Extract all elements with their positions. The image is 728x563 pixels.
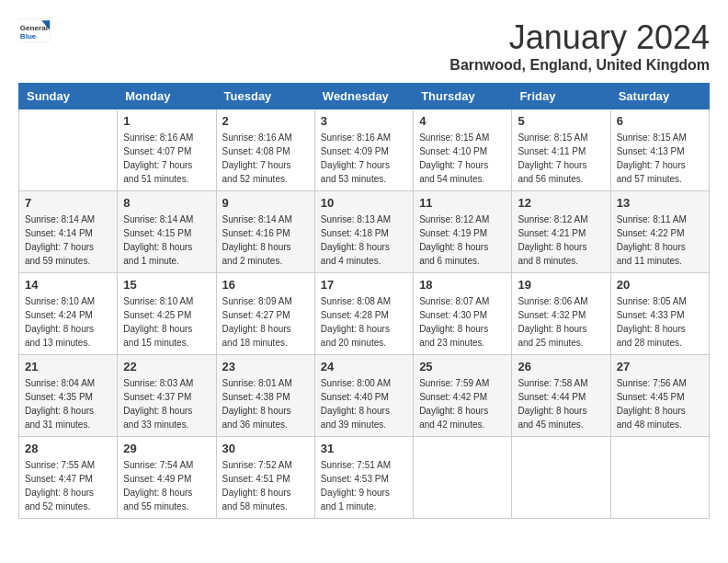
- svg-text:Blue: Blue: [20, 32, 37, 40]
- header-friday: Friday: [512, 84, 610, 109]
- day-info: Sunrise: 7:56 AM Sunset: 4:45 PM Dayligh…: [617, 376, 703, 431]
- day-info: Sunrise: 8:12 AM Sunset: 4:21 PM Dayligh…: [518, 213, 604, 268]
- calendar-cell: 25Sunrise: 7:59 AM Sunset: 4:42 PM Dayli…: [414, 355, 512, 437]
- calendar-cell: 20Sunrise: 8:05 AM Sunset: 4:33 PM Dayli…: [610, 273, 709, 355]
- calendar-cell: [19, 109, 118, 191]
- header: General Blue January 2024 Barnwood, Engl…: [18, 18, 710, 74]
- logo-icon: General Blue: [18, 18, 51, 44]
- day-info: Sunrise: 7:54 AM Sunset: 4:49 PM Dayligh…: [123, 458, 210, 513]
- calendar-cell: 5Sunrise: 8:15 AM Sunset: 4:11 PM Daylig…: [512, 109, 610, 191]
- calendar-cell: 1Sunrise: 8:16 AM Sunset: 4:07 PM Daylig…: [118, 109, 216, 191]
- day-info: Sunrise: 8:14 AM Sunset: 4:16 PM Dayligh…: [222, 213, 309, 268]
- svg-text:General: General: [20, 24, 48, 32]
- calendar-cell: 29Sunrise: 7:54 AM Sunset: 4:49 PM Dayli…: [118, 437, 216, 519]
- day-info: Sunrise: 8:15 AM Sunset: 4:10 PM Dayligh…: [419, 131, 506, 186]
- calendar-cell: 23Sunrise: 8:01 AM Sunset: 4:38 PM Dayli…: [216, 355, 314, 437]
- day-number: 4: [419, 114, 506, 128]
- day-number: 21: [25, 360, 111, 373]
- day-number: 25: [419, 360, 506, 373]
- calendar-subtitle: Barnwood, England, United Kingdom: [449, 57, 710, 74]
- day-number: 29: [123, 442, 210, 455]
- day-info: Sunrise: 8:05 AM Sunset: 4:33 PM Dayligh…: [617, 294, 703, 350]
- day-number: 11: [419, 196, 506, 210]
- day-number: 16: [222, 278, 309, 292]
- day-number: 19: [518, 278, 604, 292]
- day-info: Sunrise: 8:06 AM Sunset: 4:32 PM Dayligh…: [518, 294, 604, 350]
- day-number: 1: [123, 114, 210, 128]
- day-number: 12: [518, 196, 604, 210]
- calendar-cell: [414, 437, 512, 519]
- day-number: 2: [222, 114, 309, 128]
- day-info: Sunrise: 8:10 AM Sunset: 4:24 PM Dayligh…: [25, 294, 111, 350]
- day-info: Sunrise: 8:03 AM Sunset: 4:37 PM Dayligh…: [123, 376, 210, 431]
- header-tuesday: Tuesday: [216, 84, 314, 109]
- calendar-cell: 28Sunrise: 7:55 AM Sunset: 4:47 PM Dayli…: [19, 437, 118, 519]
- header-row: SundayMondayTuesdayWednesdayThursdayFrid…: [19, 84, 710, 109]
- day-info: Sunrise: 7:59 AM Sunset: 4:42 PM Dayligh…: [419, 376, 506, 431]
- day-number: 18: [419, 278, 506, 292]
- calendar-cell: 8Sunrise: 8:14 AM Sunset: 4:15 PM Daylig…: [118, 191, 216, 273]
- day-info: Sunrise: 8:10 AM Sunset: 4:25 PM Dayligh…: [123, 294, 210, 350]
- day-number: 20: [617, 278, 703, 292]
- calendar-cell: 31Sunrise: 7:51 AM Sunset: 4:53 PM Dayli…: [314, 437, 413, 519]
- day-number: 26: [518, 360, 604, 373]
- day-number: 14: [25, 278, 111, 292]
- calendar-cell: 26Sunrise: 7:58 AM Sunset: 4:44 PM Dayli…: [512, 355, 610, 437]
- calendar-cell: 12Sunrise: 8:12 AM Sunset: 4:21 PM Dayli…: [512, 191, 610, 273]
- calendar-cell: 19Sunrise: 8:06 AM Sunset: 4:32 PM Dayli…: [512, 273, 610, 355]
- calendar-cell: 24Sunrise: 8:00 AM Sunset: 4:40 PM Dayli…: [314, 355, 413, 437]
- day-info: Sunrise: 7:58 AM Sunset: 4:44 PM Dayligh…: [518, 376, 604, 431]
- day-info: Sunrise: 8:00 AM Sunset: 4:40 PM Dayligh…: [321, 376, 407, 431]
- calendar-cell: 15Sunrise: 8:10 AM Sunset: 4:25 PM Dayli…: [118, 273, 216, 355]
- title-section: January 2024 Barnwood, England, United K…: [449, 18, 710, 74]
- calendar-cell: 11Sunrise: 8:12 AM Sunset: 4:19 PM Dayli…: [414, 191, 512, 273]
- header-saturday: Saturday: [610, 84, 709, 109]
- calendar-cell: 21Sunrise: 8:04 AM Sunset: 4:35 PM Dayli…: [19, 355, 118, 437]
- day-info: Sunrise: 7:55 AM Sunset: 4:47 PM Dayligh…: [25, 458, 111, 513]
- day-info: Sunrise: 7:52 AM Sunset: 4:51 PM Dayligh…: [222, 458, 309, 513]
- day-info: Sunrise: 8:04 AM Sunset: 4:35 PM Dayligh…: [25, 376, 111, 431]
- day-number: 17: [321, 278, 407, 292]
- day-info: Sunrise: 8:16 AM Sunset: 4:08 PM Dayligh…: [222, 131, 309, 186]
- calendar-cell: 30Sunrise: 7:52 AM Sunset: 4:51 PM Dayli…: [216, 437, 314, 519]
- day-info: Sunrise: 7:51 AM Sunset: 4:53 PM Dayligh…: [321, 458, 407, 513]
- day-number: 8: [123, 196, 210, 210]
- day-info: Sunrise: 8:13 AM Sunset: 4:18 PM Dayligh…: [321, 213, 407, 268]
- week-row-2: 7Sunrise: 8:14 AM Sunset: 4:14 PM Daylig…: [19, 191, 710, 273]
- day-number: 22: [123, 360, 210, 373]
- day-info: Sunrise: 8:15 AM Sunset: 4:11 PM Dayligh…: [518, 131, 604, 186]
- day-number: 9: [222, 196, 309, 210]
- day-number: 24: [321, 360, 407, 373]
- day-number: 3: [321, 114, 407, 128]
- header-sunday: Sunday: [19, 84, 118, 109]
- calendar-cell: 27Sunrise: 7:56 AM Sunset: 4:45 PM Dayli…: [610, 355, 709, 437]
- week-row-5: 28Sunrise: 7:55 AM Sunset: 4:47 PM Dayli…: [19, 437, 710, 519]
- day-info: Sunrise: 8:16 AM Sunset: 4:09 PM Dayligh…: [321, 131, 407, 186]
- calendar-cell: 13Sunrise: 8:11 AM Sunset: 4:22 PM Dayli…: [610, 191, 709, 273]
- day-number: 5: [518, 114, 604, 128]
- header-thursday: Thursday: [414, 84, 512, 109]
- calendar-cell: 7Sunrise: 8:14 AM Sunset: 4:14 PM Daylig…: [19, 191, 118, 273]
- day-info: Sunrise: 8:07 AM Sunset: 4:30 PM Dayligh…: [419, 294, 506, 350]
- day-info: Sunrise: 8:16 AM Sunset: 4:07 PM Dayligh…: [123, 131, 210, 186]
- day-number: 23: [222, 360, 309, 373]
- day-number: 10: [321, 196, 407, 210]
- calendar-cell: [610, 437, 709, 519]
- header-monday: Monday: [118, 84, 216, 109]
- calendar-table: SundayMondayTuesdayWednesdayThursdayFrid…: [18, 83, 710, 519]
- calendar-cell: 4Sunrise: 8:15 AM Sunset: 4:10 PM Daylig…: [414, 109, 512, 191]
- day-number: 27: [617, 360, 703, 373]
- day-number: 7: [25, 196, 111, 210]
- day-info: Sunrise: 8:11 AM Sunset: 4:22 PM Dayligh…: [617, 213, 703, 268]
- day-info: Sunrise: 8:08 AM Sunset: 4:28 PM Dayligh…: [321, 294, 407, 350]
- calendar-cell: 3Sunrise: 8:16 AM Sunset: 4:09 PM Daylig…: [314, 109, 413, 191]
- calendar-cell: 14Sunrise: 8:10 AM Sunset: 4:24 PM Dayli…: [19, 273, 118, 355]
- calendar-cell: 16Sunrise: 8:09 AM Sunset: 4:27 PM Dayli…: [216, 273, 314, 355]
- calendar-cell: 18Sunrise: 8:07 AM Sunset: 4:30 PM Dayli…: [414, 273, 512, 355]
- day-info: Sunrise: 8:12 AM Sunset: 4:19 PM Dayligh…: [419, 213, 506, 268]
- day-info: Sunrise: 8:14 AM Sunset: 4:14 PM Dayligh…: [25, 213, 111, 268]
- calendar-cell: 10Sunrise: 8:13 AM Sunset: 4:18 PM Dayli…: [314, 191, 413, 273]
- day-number: 13: [617, 196, 703, 210]
- week-row-4: 21Sunrise: 8:04 AM Sunset: 4:35 PM Dayli…: [19, 355, 710, 437]
- calendar-cell: 9Sunrise: 8:14 AM Sunset: 4:16 PM Daylig…: [216, 191, 314, 273]
